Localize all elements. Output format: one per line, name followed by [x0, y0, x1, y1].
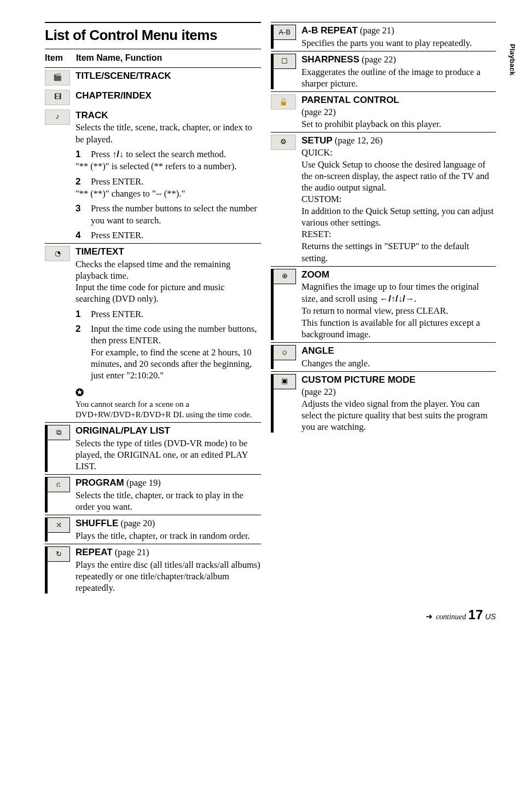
col-item: Item	[45, 53, 63, 64]
shuffle-title: SHUFFLE	[76, 518, 118, 528]
playlist-icon: ⧉	[48, 425, 70, 440]
angle-icon: ☺	[274, 345, 296, 360]
tt-step-1-num: 1	[76, 308, 85, 320]
film-icon: 🎞	[45, 90, 70, 105]
step-4: Press ENTER.	[91, 229, 261, 241]
quick-desc: Use Quick Setup to choose the desired la…	[301, 159, 496, 193]
clock-icon: ◔	[45, 246, 70, 261]
repeat-pg: (page 21)	[113, 547, 149, 557]
step-4-num: 4	[76, 229, 85, 241]
repeat-desc: Plays the entire disc (all titles/all tr…	[76, 559, 261, 594]
reset-desc: Returns the settings in "SETUP" to the d…	[301, 240, 496, 263]
continued-label: continued	[436, 612, 466, 622]
zoom-desc2: To return to normal view, press CLEAR.	[301, 305, 496, 316]
parental-title: PARENTAL CONTROL	[301, 94, 496, 106]
col-name: Item Name, Function	[76, 53, 162, 64]
clapper-icon: 🎬	[45, 70, 70, 85]
step-2-num: 2	[76, 176, 85, 188]
picture-mode-icon: ▣	[274, 374, 296, 389]
continued-arrow-icon: ➜	[426, 612, 433, 622]
ab-title: A-B REPEAT	[301, 25, 358, 36]
ab-pg: (page 21)	[358, 25, 395, 36]
shuffle-icon: ⤭	[48, 517, 70, 533]
page-heading: List of Control Menu items	[45, 26, 261, 44]
cpm-pg: (page 22)	[301, 386, 496, 398]
cpm-title: CUSTOM PICTURE MODE	[301, 374, 496, 386]
custom-h: CUSTOM:	[301, 193, 496, 205]
parental-desc: Set to prohibit playback on this player.	[301, 118, 496, 130]
angle-desc: Changes the angle.	[301, 358, 496, 369]
repeat-title: REPEAT	[76, 547, 113, 557]
program-title: PROGRAM	[76, 477, 124, 488]
zoom-title: ZOOM	[301, 269, 496, 281]
side-tab: Playback	[507, 44, 517, 76]
tt-step-2: Input the time code using the number but…	[91, 323, 261, 346]
time-text-title: TIME/TEXT	[76, 246, 261, 258]
parental-pg: (page 22)	[301, 106, 496, 118]
step-3-num: 3	[76, 203, 85, 226]
angle-title: ANGLE	[301, 345, 496, 357]
zoom-desc3: This function is available for all pictu…	[301, 317, 496, 340]
shuffle-pg: (page 20)	[118, 518, 155, 528]
note-bullet-icon: ✪	[76, 387, 261, 399]
step-1: Press ↑/↓ to select the search method.	[91, 149, 226, 159]
step-3: Press the number buttons to select the n…	[91, 203, 261, 226]
title-scene-track: TITLE/SCENE/TRACK	[76, 71, 171, 81]
locale-label: US	[485, 612, 496, 622]
sharpness-icon: ☐	[274, 54, 296, 69]
program-icon: ⎌	[48, 477, 70, 492]
setup-icon: ⚙	[271, 135, 296, 150]
program-desc: Selects the title, chapter, or track to …	[76, 489, 261, 512]
lock-icon: 🔒	[271, 94, 296, 110]
page-number: 17	[468, 607, 483, 624]
setup-title: SETUP	[301, 135, 333, 146]
program-pg: (page 19)	[124, 477, 161, 488]
repeat-icon: ↻	[48, 546, 70, 562]
reset-h: RESET:	[301, 228, 496, 240]
orig-play-desc: Selects the type of titles (DVD-VR mode)…	[76, 437, 261, 472]
zoom-icon: ⊕	[274, 269, 296, 284]
note-icon: ♪	[45, 110, 70, 125]
chapter-index: CHAPTER/INDEX	[76, 90, 152, 101]
custom-desc: In addition to the Quick Setup setting, …	[301, 205, 496, 228]
time-note: You cannot search for a scene on a DVD+R…	[76, 399, 261, 420]
step-2: Press ENTER.	[91, 176, 261, 188]
tt-step-1: Press ENTER.	[91, 308, 261, 320]
quick-h: QUICK:	[301, 147, 496, 158]
ab-desc: Specifies the parts you want to play rep…	[301, 37, 496, 49]
step-1-note: "** (**)" is selected (** refers to a nu…	[76, 160, 261, 172]
sharp-desc: Exaggerates the outline of the image to …	[301, 66, 496, 89]
zoom-desc: Magnifies the image up to four times the…	[301, 281, 496, 304]
step-2-note: "** (**)" changes to "-- (**)."	[76, 188, 261, 199]
shuffle-desc: Plays the title, chapter, or track in ra…	[76, 530, 261, 542]
track-title: TRACK	[76, 110, 261, 122]
cpm-desc: Adjusts the video signal from the player…	[301, 398, 496, 433]
tt-step-2-num: 2	[76, 323, 85, 381]
setup-pg: (page 12, 26)	[333, 135, 383, 146]
sharp-pg: (page 22)	[359, 54, 396, 65]
step-1-num: 1	[76, 148, 85, 160]
time-text-desc: Checks the elapsed time and the remainin…	[76, 258, 261, 304]
tt-step-2b: For example, to find the scene at 2 hour…	[91, 347, 261, 381]
ab-repeat-icon: A-B	[274, 25, 296, 40]
track-desc: Selects the title, scene, track, chapter…	[76, 122, 261, 145]
sharp-title: SHARPNESS	[301, 54, 359, 65]
orig-play-title: ORIGINAL/PLAY LIST	[76, 425, 261, 437]
